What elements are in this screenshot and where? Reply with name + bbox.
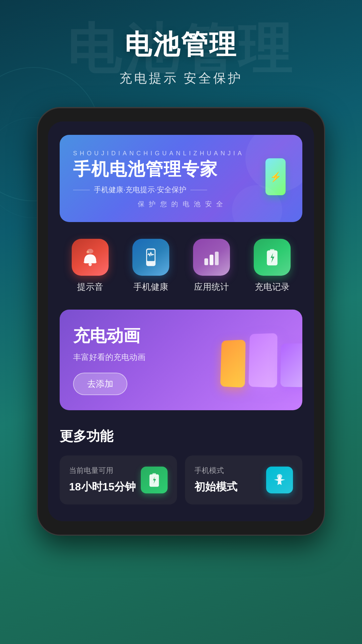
svg-rect-7 (209, 255, 213, 265)
charge-label: 充电记录 (255, 281, 290, 293)
banner-phone-body: ⚡ (265, 158, 286, 195)
feature-card-battery[interactable]: 当前电量可用 18小时15分钟 (60, 455, 177, 504)
more-features-section: 更多功能 当前电量可用 18小时15分钟 (60, 427, 302, 504)
svg-rect-9 (267, 251, 278, 266)
stats-label: 应用统计 (194, 281, 229, 293)
banner-title: 手机电池管理专家 (73, 160, 289, 179)
feature-card-mode[interactable]: 手机模式 初始模式 (185, 455, 302, 504)
svg-point-1 (88, 263, 92, 266)
health-icon (141, 248, 160, 267)
banner-protect-text: 保 护 您 的 电 池 安 全 (73, 200, 289, 209)
svg-rect-10 (270, 249, 274, 251)
charge-phones-decoration (220, 333, 302, 387)
svg-rect-8 (215, 252, 219, 265)
health-label: 手机健康 (133, 281, 168, 293)
phone-frame: SHOUJIDIANCHIGUANLIZHUANJIA 手机电池管理专家 手机健… (37, 107, 325, 536)
banner-bolt-icon: ⚡ (270, 171, 282, 182)
page-subtitle: 充电提示 安全保护 (0, 70, 362, 87)
svg-rect-12 (153, 473, 156, 475)
banner-line-left (73, 190, 90, 190)
icon-item-health[interactable]: 手机健康 (132, 239, 169, 293)
feature-card-battery-value: 18小时15分钟 (69, 480, 136, 494)
icon-grid: 提示音 手机健康 (60, 239, 302, 293)
add-animation-button[interactable]: 去添加 (73, 373, 127, 395)
icon-item-bell[interactable]: 提示音 (72, 239, 109, 293)
icon-item-charge[interactable]: 充电记录 (254, 239, 291, 293)
banner-phone-icon: ⚡ (265, 158, 292, 199)
phone-3d-2 (248, 333, 277, 387)
charge-animation-banner: 充电动画 丰富好看的充电动画 去添加 (60, 310, 302, 410)
svg-point-5 (150, 263, 152, 265)
phone-inner: SHOUJIDIANCHIGUANLIZHUANJIA 手机电池管理专家 手机健… (48, 121, 314, 521)
svg-point-2 (86, 251, 89, 253)
bell-icon-bubble (72, 239, 109, 276)
feature-card-battery-label: 当前电量可用 (69, 466, 136, 476)
airplane-icon (272, 473, 287, 487)
stats-icon (202, 248, 221, 267)
charge-icon-bubble (254, 239, 291, 276)
feature-card-mode-label: 手机模式 (194, 466, 237, 476)
battery-time-icon (141, 467, 168, 493)
charge-icon (263, 248, 282, 267)
feature-card-mode-value: 初始模式 (194, 480, 237, 494)
battery-icon (147, 473, 162, 487)
icon-item-stats[interactable]: 应用统计 (193, 239, 230, 293)
feature-card-mode-text: 手机模式 初始模式 (194, 466, 237, 494)
page-title: 电池管理 (0, 27, 362, 63)
mode-icon (266, 467, 293, 493)
phone-3d-1 (220, 340, 246, 388)
banner-line-right (190, 190, 207, 190)
bell-icon (80, 247, 100, 267)
stats-icon-bubble (193, 239, 230, 276)
feature-card-battery-text: 当前电量可用 18小时15分钟 (69, 466, 136, 494)
svg-rect-11 (149, 474, 159, 487)
bell-label: 提示音 (77, 281, 103, 293)
header: 电池管理 充电提示 安全保护 (0, 0, 362, 87)
svg-rect-4 (147, 250, 154, 261)
app-banner: SHOUJIDIANCHIGUANLIZHUANJIA 手机电池管理专家 手机健… (60, 135, 302, 222)
banner-small-label: SHOUJIDIANCHIGUANLIZHUANJIA (73, 150, 289, 157)
banner-desc: 手机健康·充电提示·安全保护 (73, 185, 289, 195)
more-features-title: 更多功能 (60, 427, 302, 445)
phone-3d-3 (280, 343, 302, 387)
svg-rect-6 (204, 259, 208, 265)
health-icon-bubble (132, 239, 169, 276)
feature-cards: 当前电量可用 18小时15分钟 手机模式 初始模式 (60, 455, 302, 504)
